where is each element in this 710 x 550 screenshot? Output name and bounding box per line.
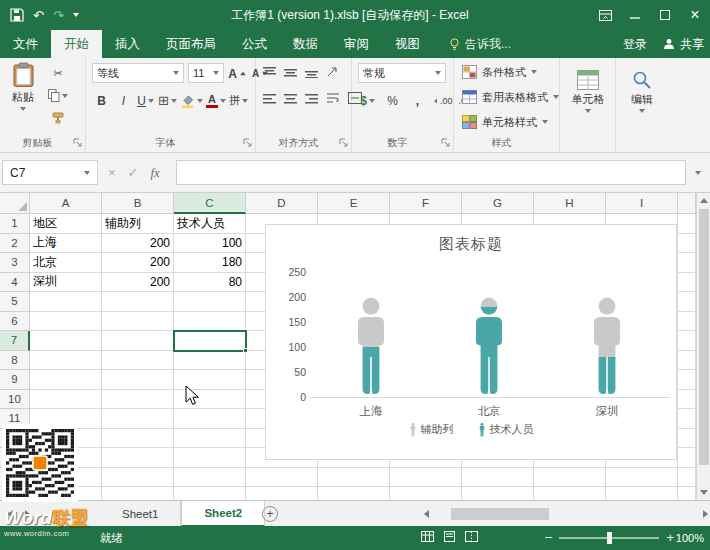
col-header-F[interactable]: F [390, 193, 462, 214]
cell-B3[interactable]: 200 [102, 253, 174, 273]
number-format-select[interactable]: 常规 [358, 63, 446, 83]
name-box[interactable]: C7 [2, 160, 98, 185]
cells-button[interactable]: 单元格 [568, 70, 608, 113]
col-header-B[interactable]: B [102, 193, 174, 214]
font-color-button[interactable]: A [206, 91, 226, 110]
cell-B6[interactable] [102, 312, 174, 332]
cell-A8[interactable] [30, 351, 102, 371]
wrap-text-button[interactable] [326, 92, 340, 104]
scroll-up-icon[interactable] [700, 198, 708, 203]
cell-C8[interactable] [174, 351, 246, 371]
cell-G15[interactable] [462, 487, 534, 500]
italic-button[interactable]: I [114, 91, 133, 110]
cell-A9[interactable] [30, 370, 102, 390]
cell-I14[interactable] [606, 468, 678, 488]
new-sheet-button[interactable]: + [262, 506, 278, 522]
minimize-button[interactable] [620, 0, 650, 30]
scroll-down-icon[interactable] [700, 490, 708, 495]
chart-title[interactable]: 图表标题 [266, 235, 676, 254]
accounting-format-button[interactable]: $ [358, 91, 377, 110]
cell-I15[interactable] [606, 487, 678, 500]
cell-A2[interactable]: 上海 [30, 234, 102, 254]
increase-decimal-button[interactable]: .00 [433, 91, 453, 110]
tell-me-box[interactable]: 告诉我... [449, 30, 511, 58]
cell-C7[interactable] [174, 331, 246, 351]
cell-styles-button[interactable]: 单元格样式 [462, 110, 548, 134]
cell-B8[interactable] [102, 351, 174, 371]
ribbon-tab-公式[interactable]: 公式 [229, 30, 280, 58]
cell-B13[interactable] [102, 448, 174, 468]
cancel-entry-button[interactable]: × [108, 165, 116, 180]
hscroll-left-icon[interactable] [424, 510, 429, 518]
cell-B12[interactable] [102, 429, 174, 449]
cell-A5[interactable] [30, 292, 102, 312]
cell-B9[interactable] [102, 370, 174, 390]
align-center-button[interactable] [284, 93, 297, 104]
page-layout-view-button[interactable] [443, 531, 456, 542]
formula-input[interactable] [176, 160, 686, 185]
editing-button[interactable]: 编辑 [623, 70, 661, 113]
undo-button[interactable]: ↶ [33, 8, 44, 23]
row-header-7[interactable]: 7 [0, 331, 30, 351]
cell-D14[interactable] [246, 468, 318, 488]
cell-E15[interactable] [318, 487, 390, 500]
row-header-1[interactable]: 1 [0, 214, 30, 234]
conditional-formatting-button[interactable]: 条件格式 [462, 60, 537, 84]
row-header-3[interactable]: 3 [0, 253, 30, 273]
select-all-corner[interactable] [0, 193, 30, 214]
chart-figure-北京[interactable] [466, 297, 512, 397]
ribbon-display-options-button[interactable] [590, 0, 620, 30]
legend-item-技术人员[interactable]: 技术人员 [478, 422, 534, 437]
borders-button[interactable]: ⊞ [158, 91, 177, 110]
cell-C13[interactable] [174, 448, 246, 468]
chart-object[interactable]: 图表标题 辅助列技术人员 250200150100500上海北京深圳 [265, 224, 677, 460]
clipboard-dialog-launcher[interactable] [73, 138, 83, 148]
row-header-4[interactable]: 4 [0, 273, 30, 293]
cell-A1[interactable]: 地区 [30, 214, 102, 234]
number-dialog-launcher[interactable] [441, 138, 451, 148]
cell-A6[interactable] [30, 312, 102, 332]
cell-B4[interactable]: 200 [102, 273, 174, 293]
zoom-slider-thumb[interactable] [607, 532, 612, 544]
legend-item-辅助列[interactable]: 辅助列 [409, 422, 454, 437]
col-header-G[interactable]: G [462, 193, 534, 214]
zoom-level[interactable]: 100% [676, 532, 704, 544]
underline-button[interactable]: U [136, 91, 155, 110]
confirm-entry-button[interactable]: ✓ [128, 165, 139, 180]
cell-C5[interactable] [174, 292, 246, 312]
align-right-button[interactable] [305, 93, 318, 104]
sheet-tab-Sheet1[interactable]: Sheet1 [100, 501, 181, 527]
vertical-scrollbar-thumb[interactable] [699, 209, 709, 465]
align-bottom-button[interactable] [305, 67, 318, 78]
insert-function-button[interactable]: fx [151, 165, 160, 181]
cell-C10[interactable] [174, 390, 246, 410]
page-break-view-button[interactable] [465, 531, 478, 542]
chart-figure-深圳[interactable] [584, 297, 630, 397]
cell-C2[interactable]: 100 [174, 234, 246, 254]
paste-button[interactable]: 粘贴 [4, 62, 42, 111]
cell-E14[interactable] [318, 468, 390, 488]
cell-A4[interactable]: 深圳 [30, 273, 102, 293]
cell-B11[interactable] [102, 409, 174, 429]
cell-B7[interactable] [102, 331, 174, 351]
cell-A7[interactable] [30, 331, 102, 351]
hscroll-right-icon[interactable] [703, 510, 708, 518]
cell-C6[interactable] [174, 312, 246, 332]
col-header-H[interactable]: H [534, 193, 606, 214]
fill-color-button[interactable] [180, 91, 203, 110]
customize-qat-button[interactable] [73, 13, 79, 17]
redo-button[interactable]: ↷ [53, 8, 64, 23]
cell-C3[interactable]: 180 [174, 253, 246, 273]
sign-in-button[interactable]: 登录 [623, 36, 647, 53]
align-middle-button[interactable] [284, 67, 297, 78]
cell-C11[interactable] [174, 409, 246, 429]
format-as-table-button[interactable]: 套用表格格式 [462, 85, 559, 109]
row-header-6[interactable]: 6 [0, 312, 30, 332]
cell-B1[interactable]: 辅助列 [102, 214, 174, 234]
orientation-button[interactable] [326, 66, 340, 78]
maximize-button[interactable] [650, 0, 680, 30]
row-header-8[interactable]: 8 [0, 351, 30, 371]
alignment-dialog-launcher[interactable] [339, 138, 349, 148]
col-header-C[interactable]: C [174, 193, 246, 214]
cell-B15[interactable] [102, 487, 174, 500]
